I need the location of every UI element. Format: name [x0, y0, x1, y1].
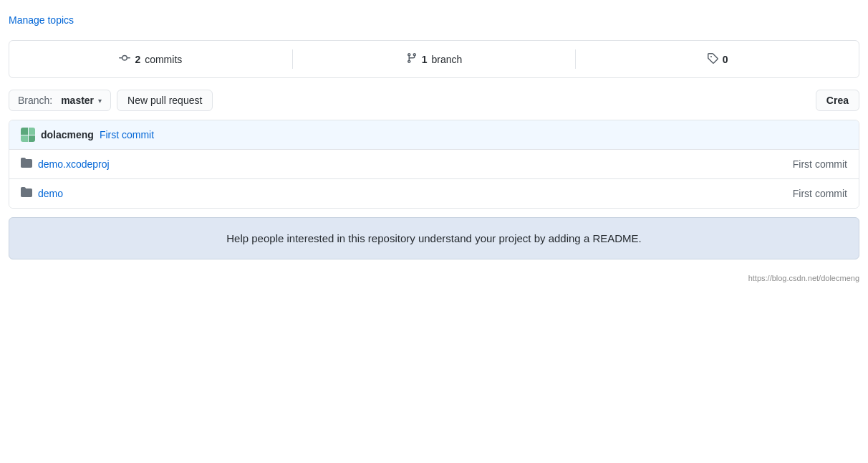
readme-banner-text: Help people interested in this repositor… — [26, 232, 842, 244]
releases-stat[interactable]: 0 — [576, 49, 859, 69]
file-name-xcodeproj[interactable]: demo.xcodeproj — [38, 158, 793, 170]
branches-count: 1 — [422, 54, 428, 65]
avatar-cell-4 — [29, 135, 36, 143]
file-list: dolacmeng First commit demo.xcodeproj Fi… — [9, 120, 859, 209]
file-name-demo[interactable]: demo — [38, 188, 793, 199]
commit-header: dolacmeng First commit — [9, 120, 859, 150]
file-commit-demo: First commit — [793, 188, 847, 199]
table-row: demo.xcodeproj First commit — [9, 150, 859, 179]
branch-selector[interactable]: Branch: master ▾ — [9, 90, 111, 111]
toolbar: Branch: master ▾ New pull request Crea — [9, 90, 859, 111]
watermark-text: https://blog.csdn.net/dolecmeng — [748, 274, 859, 282]
commits-label: commits — [145, 54, 182, 65]
readme-banner: Help people interested in this repositor… — [9, 217, 859, 259]
watermark: https://blog.csdn.net/dolecmeng — [0, 271, 868, 288]
stats-bar: 2 commits 1 branch 0 — [9, 40, 859, 78]
commits-stat[interactable]: 2 commits — [9, 49, 293, 69]
avatar — [21, 128, 35, 142]
table-row: demo First commit — [9, 179, 859, 208]
avatar-cell-1 — [21, 128, 28, 135]
avatar-cell-2 — [29, 128, 36, 135]
avatar-cell-3 — [21, 135, 28, 143]
commit-link[interactable]: First commit — [100, 129, 154, 140]
branches-label: branch — [432, 54, 463, 65]
branch-label-text: Branch: — [18, 95, 52, 106]
branch-icon — [406, 52, 418, 66]
branch-name: master — [61, 95, 94, 106]
chevron-down-icon: ▾ — [98, 97, 102, 105]
tag-icon — [707, 52, 718, 66]
page-container: Manage topics 2 commits 1 branch — [0, 0, 868, 463]
commit-author: dolacmeng — [41, 129, 94, 140]
file-commit-xcodeproj: First commit — [793, 158, 847, 170]
commits-icon — [119, 52, 130, 66]
commits-count: 2 — [135, 54, 140, 65]
manage-topics-link[interactable]: Manage topics — [0, 11, 79, 34]
folder-icon — [21, 157, 32, 171]
folder-icon — [21, 186, 32, 201]
new-pull-request-button[interactable]: New pull request — [117, 90, 213, 111]
branches-stat[interactable]: 1 branch — [293, 49, 577, 69]
releases-count: 0 — [723, 54, 728, 65]
create-button[interactable]: Crea — [816, 90, 859, 111]
